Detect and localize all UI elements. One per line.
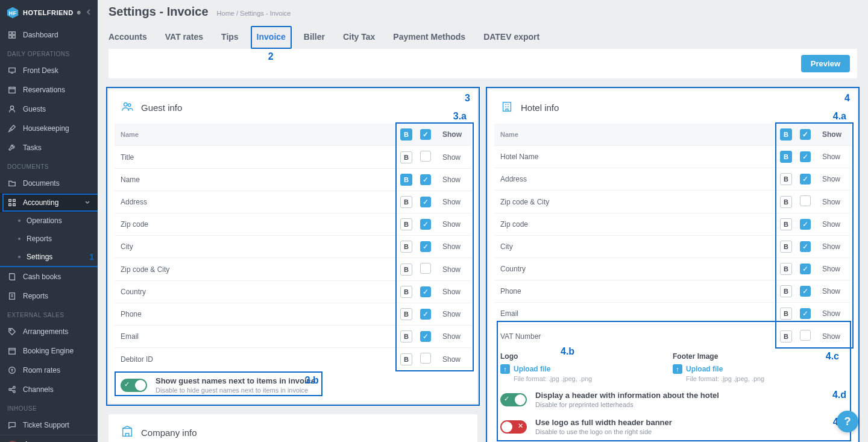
show-checkbox[interactable]	[420, 263, 431, 274]
bold-button[interactable]: B	[400, 241, 412, 253]
brand[interactable]: HF HOTELFRIEND ®	[0, 0, 98, 25]
show-checkbox[interactable]	[420, 151, 431, 162]
svg-point-18	[13, 387, 16, 389]
nav-group-title: DOCUMENTS	[0, 157, 98, 174]
breadcrumb-home[interactable]: Home	[217, 10, 234, 17]
bold-button[interactable]: B	[400, 151, 412, 163]
hotel-banner-toggle[interactable]: ✕	[500, 420, 527, 434]
svg-rect-15	[9, 349, 16, 355]
sidebar-user[interactable]: Anna @Support	[0, 435, 98, 442]
show-checkbox[interactable]	[800, 195, 811, 206]
sidebar-item-operations[interactable]: Operations	[0, 212, 98, 230]
sidebar-item-front-desk[interactable]: Front Desk	[0, 61, 98, 80]
bold-button[interactable]: B	[400, 264, 412, 276]
hotel-header-toggle[interactable]: ✓	[500, 393, 527, 406]
sidebar-item-housekeeping[interactable]: Housekeeping	[0, 119, 98, 138]
guest-names-toggle[interactable]: ✓	[121, 379, 147, 392]
table-row: CityBShow	[115, 236, 471, 258]
tab-accounts[interactable]: Accounts	[108, 27, 147, 49]
tab-datev-export[interactable]: DATEV export	[483, 27, 539, 49]
sidebar-item-guests[interactable]: Guests	[0, 99, 98, 119]
sidebar-item-accounting[interactable]: Accounting	[0, 193, 98, 212]
bold-button[interactable]: B	[400, 196, 412, 208]
bold-button[interactable]: B	[400, 218, 412, 230]
help-fab[interactable]: ?	[837, 411, 858, 432]
show-checkbox[interactable]	[800, 308, 811, 319]
bold-all-button[interactable]: B	[780, 128, 792, 140]
show-checkbox[interactable]	[800, 151, 811, 162]
bold-button[interactable]: B	[780, 263, 792, 275]
monitor-icon	[7, 66, 17, 75]
dashboard-icon	[7, 30, 17, 40]
svg-rect-22	[123, 429, 132, 437]
col-show-header: Show	[816, 124, 851, 146]
sidebar-collapse-icon[interactable]	[86, 8, 92, 17]
svg-point-8	[10, 106, 13, 109]
sidebar-item-label: Operations	[27, 216, 62, 225]
bold-all-button[interactable]: B	[400, 128, 412, 140]
show-all-checkbox[interactable]	[420, 129, 431, 140]
show-checkbox[interactable]	[800, 174, 811, 185]
show-checkbox[interactable]	[800, 241, 811, 252]
sidebar-item-reports[interactable]: Reports	[0, 286, 98, 306]
bold-button[interactable]: B	[400, 353, 412, 365]
guest-names-toggle-title: Show guest names next to items in invoic…	[156, 376, 315, 385]
show-checkbox[interactable]	[420, 241, 431, 252]
tab-biller[interactable]: Biller	[304, 27, 325, 49]
tab-vat-rates[interactable]: VAT rates	[165, 27, 203, 49]
bold-button[interactable]: B	[780, 218, 792, 230]
tab-city-tax[interactable]: City Tax	[343, 27, 375, 49]
sidebar-item-reservations[interactable]: Reservations	[0, 80, 98, 99]
table-row: Zip codeBShow	[115, 213, 471, 236]
table-row: Zip code & CityBShow	[494, 191, 851, 213]
bold-button[interactable]: B	[780, 151, 792, 163]
sidebar-item-tasks[interactable]: Tasks	[0, 138, 98, 157]
bold-button[interactable]: B	[400, 286, 412, 298]
show-checkbox[interactable]	[420, 219, 431, 230]
footer-upload-link[interactable]: ↑ Upload file	[673, 364, 845, 374]
sidebar-item-arrangements[interactable]: Arrangements	[0, 322, 98, 341]
show-checkbox[interactable]	[420, 309, 431, 320]
preview-button[interactable]: Preview	[801, 55, 850, 72]
sidebar-item-ticket-support[interactable]: Ticket Support	[0, 415, 98, 435]
report-icon	[7, 291, 17, 301]
sidebar-item-reports[interactable]: Reports	[0, 230, 98, 248]
show-checkbox[interactable]	[420, 331, 431, 342]
bold-button[interactable]: B	[780, 330, 792, 343]
show-all-checkbox[interactable]	[800, 129, 811, 140]
svg-point-19	[13, 391, 16, 393]
logo-upload-link[interactable]: ↑ Upload file	[500, 364, 673, 374]
sidebar-item-room-rates[interactable]: Room rates	[0, 361, 98, 380]
bold-button[interactable]: B	[780, 285, 792, 297]
sidebar-item-documents[interactable]: Documents	[0, 174, 98, 193]
show-checkbox[interactable]	[420, 197, 431, 207]
table-row: Zip codeBShow	[494, 213, 851, 236]
bold-button[interactable]: B	[780, 308, 792, 320]
show-checkbox[interactable]	[420, 353, 431, 364]
bold-button[interactable]: B	[780, 241, 792, 253]
bold-button[interactable]: B	[400, 330, 412, 343]
show-checkbox[interactable]	[800, 286, 811, 297]
callout-1: 1	[89, 252, 94, 262]
show-checkbox[interactable]	[420, 174, 431, 185]
bold-button[interactable]: B	[780, 196, 792, 208]
logo-upload: Logo ↑ Upload file File format: .jpg .jp…	[500, 352, 673, 382]
bold-button[interactable]: B	[400, 308, 412, 320]
tab-payment-methods[interactable]: Payment Methods	[393, 27, 465, 49]
bold-button[interactable]: B	[780, 173, 792, 185]
sidebar-item-settings[interactable]: Settings1	[0, 248, 98, 267]
table-row: CountryBShow	[494, 258, 851, 280]
show-checkbox[interactable]	[420, 286, 431, 297]
sidebar-item-channels[interactable]: Channels	[0, 380, 98, 399]
show-checkbox[interactable]	[800, 219, 811, 230]
guests-icon	[121, 100, 134, 115]
bold-button[interactable]: B	[400, 174, 412, 186]
brand-reg: ®	[77, 10, 81, 16]
svg-text:HF: HF	[8, 10, 16, 16]
sidebar-item-booking-engine[interactable]: Booking Engine	[0, 341, 98, 361]
sidebar-item-dashboard[interactable]: Dashboard	[0, 25, 98, 45]
show-checkbox[interactable]	[800, 264, 811, 274]
show-checkbox[interactable]	[800, 330, 811, 341]
sidebar-item-cash-books[interactable]: Cash books	[0, 267, 98, 286]
tab-tips[interactable]: Tips	[221, 27, 239, 49]
